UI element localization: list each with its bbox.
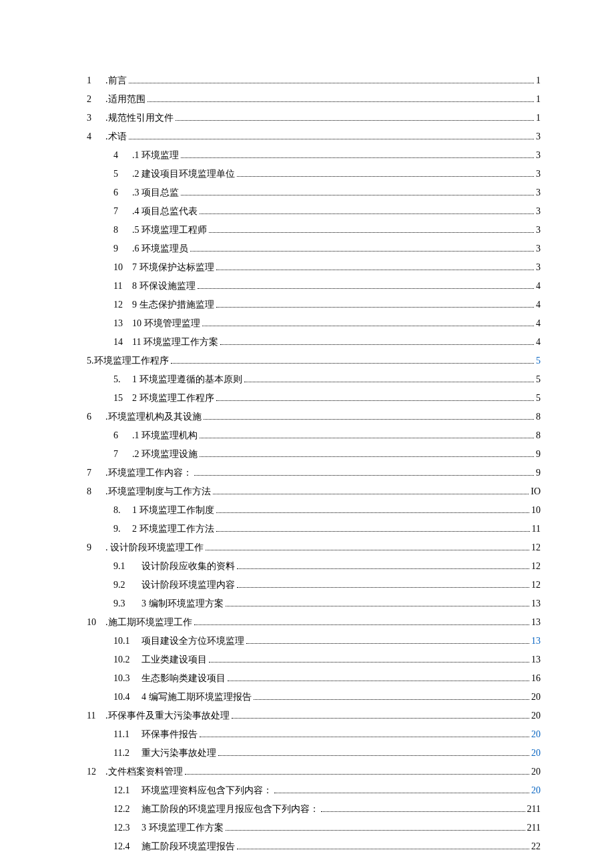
toc-entry[interactable]: 5.1 环境监理遵循的基本原则5 [87,372,541,386]
toc-entry[interactable]: 10.3生态影响类建设项目16 [87,671,541,685]
toc-entry-number: 9 [87,540,100,554]
toc-leader-dots [244,382,535,382]
toc-entry[interactable]: 9.33 编制环境监理方案13 [87,596,541,610]
toc-entry-page: 13 [531,634,541,648]
toc-entry-title: .2 环境监理设施 [132,447,198,461]
toc-leader-dots [198,288,535,289]
toc-entry[interactable]: 8.环境监理制度与工作方法IO [87,484,541,498]
toc-leader-dots [200,737,529,737]
toc-entry[interactable]: 9.6 环境监理员3 [87,242,541,256]
toc-entry-number: 12 [87,765,100,779]
toc-entry[interactable]: 7.环境监理工作内容：9 [87,466,541,480]
toc-entry[interactable]: 10.44 编写施工期环境监理报告20 [87,690,541,704]
toc-entry-page: 3 [536,204,541,218]
toc-entry-page: 5 [536,354,541,368]
toc-entry[interactable]: 9. 设计阶段环境监理工作12 [87,540,541,554]
toc-entry[interactable]: 5.环境监理工作程序5 [87,354,541,368]
toc-entry[interactable]: 10.2工业类建设项目13 [87,653,541,667]
toc-leader-dots [171,363,535,364]
toc-entry-page: 3 [536,129,541,143]
toc-entry-title: 施工阶段的环境监理月报应包含下列内容： [141,802,319,816]
toc-entry[interactable]: 1.前言1 [87,73,541,87]
toc-entry[interactable]: 6.1 环境监理机构8 [87,428,541,442]
toc-entry-page: 12 [531,559,541,573]
toc-entry-number: 8 [113,223,127,237]
toc-entry-number: 6 [113,428,127,442]
toc-entry-number: 10.2 [113,653,136,667]
toc-entry[interactable]: 1310 环境管理监理4 [87,316,541,330]
toc-leader-dots [216,307,535,308]
toc-entry[interactable]: 8.5 环境监理工程师3 [87,223,541,237]
toc-entry-number: 9. [113,522,127,536]
toc-entry-page: 16 [531,671,541,685]
toc-entry-number: 10 [87,615,100,629]
toc-entry[interactable]: 11.1环保事件报告20 [87,727,541,741]
toc-entry-page: 4 [536,335,541,349]
toc-entry[interactable]: 2.适用范围1 [87,92,541,106]
toc-entry-number: 9.2 [113,578,136,592]
toc-entry-title: 11 环境监理工作方案 [132,335,218,349]
toc-entry[interactable]: 12.文件档案资料管理20 [87,765,541,779]
toc-leader-dots [206,550,529,550]
toc-entry-page: 20 [531,783,541,797]
toc-entry[interactable]: 7.2 环境监理设施9 [87,447,541,461]
toc-leader-dots [218,755,529,756]
toc-entry[interactable]: 9.1设计阶段应收集的资料12 [87,559,541,573]
toc-entry-page: 3 [536,260,541,274]
toc-entry[interactable]: 11.环保事件及重大污染事故处理20 [87,709,541,723]
toc-leader-dots [176,120,535,121]
toc-entry[interactable]: 5.2 建设项目环境监理单位3 [87,167,541,181]
toc-entry[interactable]: 12.4施工阶段环境监理报告22 [87,839,541,853]
toc-entry[interactable]: 12.2施工阶段的环境监理月报应包含下列内容：211 [87,802,541,816]
toc-entry[interactable]: 3.规范性引用文件1 [87,111,541,125]
toc-leader-dots [200,213,534,214]
toc-entry-title: .术语 [105,129,127,143]
toc-entry-page: 4 [536,298,541,312]
toc-entry-number: 14 [113,335,127,349]
toc-leader-dots [237,176,534,177]
toc-entry[interactable]: 12.33 环境监理工作方案211 [87,821,541,835]
toc-entry[interactable]: 11.2重大污染事故处理20 [87,746,541,760]
toc-leader-dots [181,195,534,195]
toc-entry-number: 6 [113,185,127,199]
toc-leader-dots [226,606,530,606]
toc-entry-page: 3 [536,223,541,237]
toc-entry[interactable]: 10.施工期环境监理工作13 [87,615,541,629]
toc-entry[interactable]: 9.2 环境监理工作方法11 [87,522,541,536]
toc-entry-page: 211 [527,821,541,835]
toc-leader-dots [246,643,529,644]
toc-entry-number: 13 [113,316,127,330]
toc-leader-dots [274,793,529,793]
toc-entry[interactable]: 4.术语3 [87,129,541,143]
toc-entry-title: 4 编写施工期环境监理报告 [141,690,252,704]
toc-entry-number: 12.1 [113,783,136,797]
toc-entry[interactable]: 6.环境监理机构及其设施8 [87,410,541,424]
toc-entry-number: 15 [113,391,127,405]
toc-entry-title: .环保事件及重大污染事故处理 [105,709,230,723]
toc-entry-page: 20 [531,690,541,704]
table-of-contents: 1.前言12.适用范围13.规范性引用文件14.术语34.1 环境监理35.2 … [87,73,541,853]
toc-entry[interactable]: 1411 环境监理工作方案4 [87,335,541,349]
toc-leader-dots [194,475,535,476]
toc-leader-dots [204,419,535,420]
toc-entry-page: 22 [531,839,541,853]
toc-entry[interactable]: 118 环保设施监理4 [87,279,541,293]
toc-entry-title: 项目建设全方位环境监理 [141,634,244,648]
toc-entry[interactable]: 10.1项目建设全方位环境监理13 [87,634,541,648]
toc-entry[interactable]: 9.2设计阶段环境监理内容12 [87,578,541,592]
toc-leader-dots [209,232,534,233]
toc-entry-page: 12 [531,540,541,554]
toc-entry[interactable]: 6.3 项目总监3 [87,185,541,199]
toc-entry-title: .6 环境监理员 [132,242,188,256]
toc-leader-dots [147,101,535,102]
toc-leader-dots [216,512,530,513]
toc-entry-page: 9 [536,447,541,461]
toc-entry[interactable]: 8.1 环境监理工作制度10 [87,503,541,517]
toc-entry[interactable]: 107 环境保护达标监理3 [87,260,541,274]
toc-entry[interactable]: 152 环境监理工作程序5 [87,391,541,405]
toc-entry[interactable]: 129 生态保护措施监理4 [87,298,541,312]
toc-entry[interactable]: 4.1 环境监理3 [87,148,541,162]
toc-entry[interactable]: 12.1环境监理资料应包含下列内容：20 [87,783,541,797]
toc-entry-page: 20 [531,727,541,741]
toc-entry[interactable]: 7.4 项目总监代表3 [87,204,541,218]
